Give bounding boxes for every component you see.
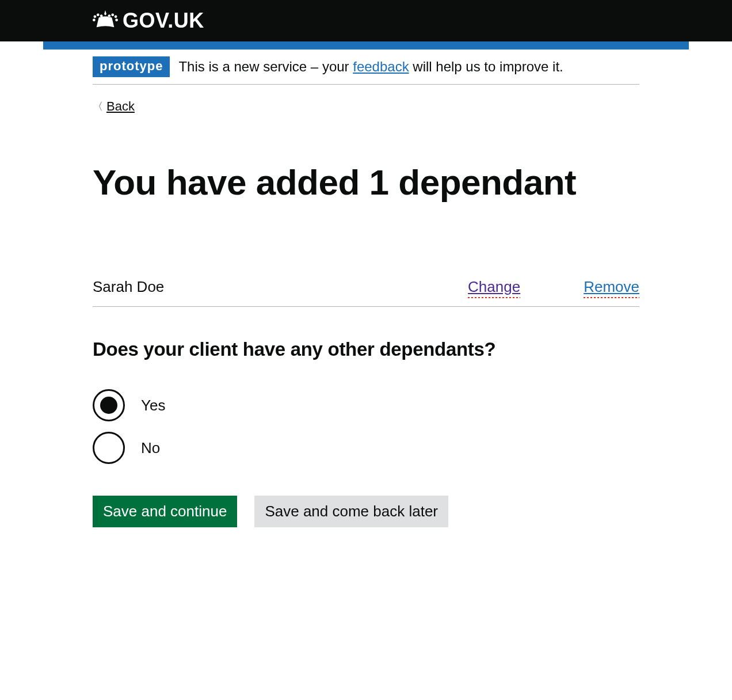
button-group: Save and continue Save and come back lat… (93, 496, 639, 527)
phase-banner: prototype This is a new service – your f… (93, 50, 639, 85)
summary-list: Sarah Doe Change Remove (93, 271, 639, 307)
govuk-logo-link[interactable]: GOV.UK (93, 9, 204, 33)
header-blue-bar (43, 41, 689, 50)
save-continue-button[interactable]: Save and continue (93, 496, 237, 527)
radio-circle-icon (93, 432, 125, 464)
site-header: GOV.UK (0, 0, 732, 41)
summary-row: Sarah Doe Change Remove (93, 271, 639, 306)
dependant-name: Sarah Doe (93, 278, 468, 296)
radio-option-yes[interactable]: Yes (93, 389, 639, 421)
save-later-button[interactable]: Save and come back later (254, 496, 448, 527)
radio-label-yes: Yes (141, 397, 165, 414)
radio-option-no[interactable]: No (93, 432, 639, 464)
back-link[interactable]: 〈 Back (93, 99, 135, 114)
remove-link[interactable]: Remove (584, 278, 639, 296)
crown-icon (93, 9, 118, 32)
phase-text-before: This is a new service – your (178, 59, 353, 74)
phase-text-after: will help us to improve it. (409, 59, 563, 74)
change-link[interactable]: Change (468, 278, 520, 296)
radio-circle-icon (93, 389, 125, 421)
phase-banner-text: This is a new service – your feedback wi… (178, 59, 563, 75)
back-link-label: Back (106, 99, 135, 114)
radio-label-no: No (141, 439, 160, 457)
govuk-logo-text: GOV.UK (123, 9, 204, 33)
radio-group: Yes No (93, 389, 639, 464)
chevron-left-icon: 〈 (93, 100, 103, 113)
page-heading: You have added 1 dependant (93, 163, 639, 202)
feedback-link[interactable]: feedback (353, 59, 409, 74)
phase-tag: prototype (93, 56, 170, 77)
question-legend: Does your client have any other dependan… (93, 338, 639, 360)
